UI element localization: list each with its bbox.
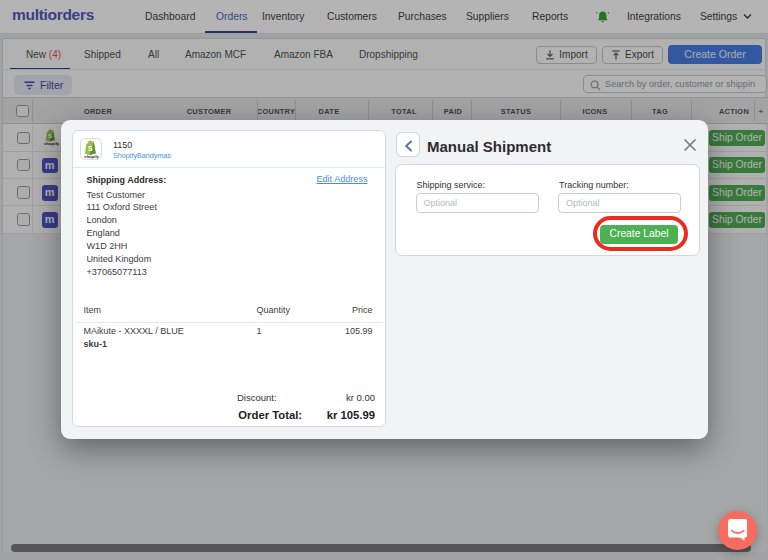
svg-text:S: S <box>87 145 92 152</box>
svg-text:shopify: shopify <box>84 154 99 159</box>
